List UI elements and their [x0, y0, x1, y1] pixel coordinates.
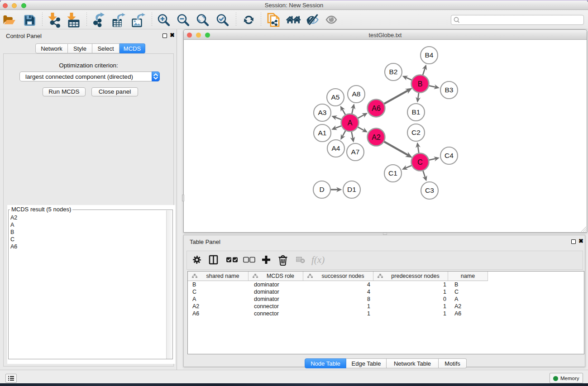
- svg-text:A8: A8: [352, 90, 361, 98]
- svg-text:A2: A2: [372, 133, 381, 141]
- svg-text:B: B: [418, 80, 423, 88]
- svg-text:B4: B4: [425, 51, 434, 59]
- svg-text:D1: D1: [347, 186, 356, 193]
- svg-text:f(x): f(x): [311, 254, 325, 265]
- svg-text:B1: B1: [412, 108, 421, 116]
- svg-text:A4: A4: [332, 144, 340, 152]
- svg-text:A5: A5: [331, 93, 340, 101]
- svg-text:A1: A1: [318, 129, 327, 137]
- svg-text:A: A: [348, 119, 353, 127]
- svg-text:B3: B3: [445, 86, 454, 94]
- svg-text:D: D: [319, 186, 324, 193]
- svg-text:C1: C1: [388, 169, 397, 177]
- svg-text:A6: A6: [372, 105, 381, 112]
- svg-text:C2: C2: [411, 129, 421, 136]
- svg-text:C3: C3: [425, 186, 434, 194]
- svg-text:A3: A3: [318, 109, 327, 116]
- svg-text:C4: C4: [445, 152, 454, 159]
- svg-text:C: C: [417, 158, 423, 166]
- svg-text:A7: A7: [351, 148, 360, 156]
- svg-text:B2: B2: [389, 68, 398, 76]
